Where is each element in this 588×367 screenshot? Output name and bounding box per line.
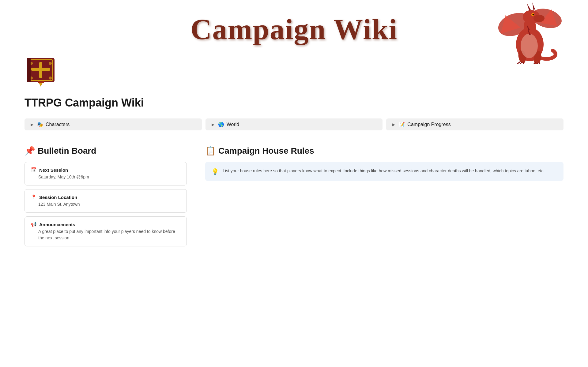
next-session-body: Saturday, May 10th @6pm xyxy=(31,174,180,180)
bulletin-board-header: 📌 Bulletin Board xyxy=(24,146,187,156)
svg-rect-33 xyxy=(38,81,44,83)
nav-arrow-world: ▶ xyxy=(212,122,214,127)
session-location-card: 📍 Session Location 123 Main St, Anytown xyxy=(24,189,187,213)
house-rules-box: 💡 List your house rules here so that pla… xyxy=(205,162,564,181)
house-rules-icon: 💡 xyxy=(211,168,219,175)
nav-toggle-campaign-progress[interactable]: ▶ 📝 Campaign Progress xyxy=(386,118,564,130)
svg-marker-10 xyxy=(527,3,531,11)
svg-rect-26 xyxy=(31,68,50,71)
svg-point-20 xyxy=(521,34,538,58)
nav-label-characters: Characters xyxy=(46,122,70,127)
house-rules-emoji: 📋 xyxy=(205,146,216,156)
nav-toggle-characters[interactable]: ▶ 🎭 Characters xyxy=(24,118,202,130)
svg-point-7 xyxy=(533,15,545,22)
announcements-title: 📢 Announcements xyxy=(31,222,180,227)
svg-point-9 xyxy=(533,14,534,16)
nav-label-world: World xyxy=(227,122,239,127)
announcements-emoji: 📢 xyxy=(31,222,37,227)
nav-toggle-world[interactable]: ▶ 🌎 World xyxy=(205,118,383,130)
svg-line-18 xyxy=(537,63,537,64)
nav-emoji-characters: 🎭 xyxy=(37,122,43,127)
header-area: Campaign Wiki xyxy=(24,0,564,52)
nav-toggles: ▶ 🎭 Characters ▶ 🌎 World ▶ 📝 Campaign Pr… xyxy=(24,118,564,130)
house-rules-title: Campaign House Rules xyxy=(218,146,314,156)
nav-arrow-campaign-progress: ▶ xyxy=(392,122,395,127)
session-location-title: 📍 Session Location xyxy=(31,194,180,200)
svg-point-30 xyxy=(49,77,52,80)
nav-emoji-campaign-progress: 📝 xyxy=(399,122,405,127)
dragon-illustration xyxy=(496,0,564,66)
campaign-title: Campaign Wiki xyxy=(190,12,398,46)
svg-line-15 xyxy=(520,62,522,64)
bulletin-board-panel: 📌 Bulletin Board 📅 Next Session Saturday… xyxy=(24,146,187,250)
nav-label-campaign-progress: Campaign Progress xyxy=(407,122,450,127)
announcements-card: 📢 Announcements A great place to put any… xyxy=(24,216,187,246)
svg-marker-11 xyxy=(532,2,535,10)
book-icon-area xyxy=(24,55,564,90)
svg-line-19 xyxy=(540,63,540,64)
main-content: 📌 Bulletin Board 📅 Next Session Saturday… xyxy=(24,146,564,250)
house-rules-text: List your house rules here so that playe… xyxy=(223,167,545,174)
svg-line-16 xyxy=(523,62,524,64)
svg-point-28 xyxy=(49,62,52,65)
next-session-card: 📅 Next Session Saturday, May 10th @6pm xyxy=(24,162,187,185)
house-rules-panel: 📋 Campaign House Rules 💡 List your house… xyxy=(205,146,564,181)
page-title: TTRPG Campaign Wiki xyxy=(24,96,564,109)
svg-line-14 xyxy=(518,62,520,64)
nav-arrow-characters: ▶ xyxy=(31,122,33,127)
bulletin-board-emoji: 📌 xyxy=(24,146,35,156)
session-location-emoji: 📍 xyxy=(31,194,37,200)
next-session-title: 📅 Next Session xyxy=(31,167,180,173)
book-icon xyxy=(24,55,58,89)
svg-rect-31 xyxy=(27,58,31,82)
announcements-body: A great place to put any important info … xyxy=(31,228,180,241)
bulletin-board-title: Bulletin Board xyxy=(38,146,96,156)
next-session-emoji: 📅 xyxy=(31,167,37,173)
session-location-body: 123 Main St, Anytown xyxy=(31,201,180,208)
nav-emoji-world: 🌎 xyxy=(218,122,224,127)
house-rules-header: 📋 Campaign House Rules xyxy=(205,146,564,156)
svg-line-17 xyxy=(533,63,535,64)
